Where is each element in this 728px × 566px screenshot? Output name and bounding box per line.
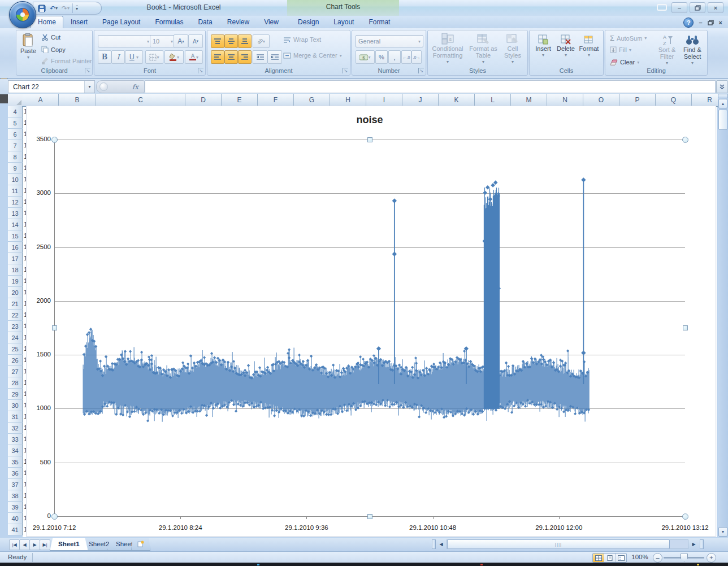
row-header-34[interactable]: 34 (8, 445, 23, 456)
comma-style-button[interactable]: , (388, 50, 401, 64)
column-header-J[interactable]: J (402, 94, 439, 107)
row-header-23[interactable]: 23 (8, 321, 23, 332)
insert-cells-button[interactable]: Insert▾ (533, 34, 553, 59)
column-header-Q[interactable]: Q (656, 94, 692, 107)
borders-button[interactable]: ▾ (145, 50, 163, 64)
row-header-15[interactable]: 15 (8, 230, 23, 242)
column-header-A[interactable]: A (23, 94, 59, 107)
first-sheet-button[interactable]: |◀ (9, 539, 20, 550)
align-right-button[interactable] (238, 50, 252, 64)
align-left-button[interactable] (211, 50, 224, 64)
column-header-H[interactable]: H (330, 94, 366, 107)
row-header-5[interactable]: 5 (8, 117, 23, 129)
next-sheet-button[interactable]: ▶ (29, 539, 40, 550)
name-box-dropdown[interactable]: ▾ (84, 81, 94, 93)
orientation-button[interactable]: ab▾ (253, 34, 270, 48)
zoom-in-button[interactable]: + (707, 553, 716, 563)
column-header-B[interactable]: B (59, 94, 96, 107)
row-header-32[interactable]: 32 (8, 423, 23, 434)
column-header-C[interactable]: C (96, 94, 185, 107)
vertical-scrollbar[interactable]: ▲ ▼ (718, 94, 728, 537)
italic-button[interactable]: I (111, 50, 125, 64)
contextual-tab-format[interactable]: Format (361, 16, 397, 28)
grow-font-button[interactable]: A▴ (174, 34, 188, 48)
row-header-30[interactable]: 30 (8, 400, 23, 411)
normal-view-button[interactable] (593, 554, 604, 562)
save-button[interactable] (37, 3, 47, 13)
chart-selection-handle[interactable] (51, 513, 58, 520)
row-header-6[interactable]: 6 (8, 129, 23, 140)
shrink-font-button[interactable]: A▾ (188, 34, 203, 48)
format-as-table-button[interactable]: Format as Table▾ (467, 33, 499, 66)
percent-style-button[interactable]: % (375, 50, 388, 64)
row-header-26[interactable]: 26 (8, 355, 23, 366)
tab-review[interactable]: Review (220, 16, 257, 28)
scroll-right-button[interactable]: ▶ (689, 539, 699, 549)
decrease-decimal-button[interactable]: .0→ (411, 50, 422, 64)
cut-button[interactable]: Cut (41, 34, 60, 41)
autosum-button[interactable]: Σ AutoSum▾ (610, 34, 647, 42)
horizontal-split-handle[interactable] (432, 539, 436, 549)
row-header-28[interactable]: 28 (8, 377, 23, 389)
chart-selection-handle[interactable] (51, 137, 58, 143)
sort-filter-button[interactable]: AZ Sort & Filter▾ (655, 34, 679, 67)
conditional-formatting-button[interactable]: ≤ Conditional Formatting▾ (430, 33, 465, 66)
font-dialog-launcher[interactable]: ↘ (198, 68, 203, 73)
row-header-18[interactable]: 18 (8, 264, 23, 276)
scroll-up-button[interactable]: ▲ (718, 99, 727, 108)
chart-selection-handle[interactable] (682, 513, 688, 520)
column-header-L[interactable]: L (475, 94, 511, 107)
column-header-N[interactable]: N (547, 94, 583, 107)
row-header-19[interactable]: 19 (8, 276, 23, 287)
row-header-8[interactable]: 8 (8, 151, 23, 163)
font-name-combo[interactable]: ▾ (98, 35, 152, 47)
row-header-10[interactable]: 10 (8, 174, 23, 185)
row-header-16[interactable]: 16 (8, 242, 23, 253)
contextual-tab-layout[interactable]: Layout (326, 16, 361, 28)
format-cells-button[interactable]: Format▾ (578, 34, 600, 59)
close-button[interactable]: × (708, 2, 723, 13)
wrap-text-button[interactable]: Wrap Text (283, 36, 321, 43)
sheet-tab-sheet1[interactable]: Sheet1 (50, 538, 88, 551)
horizontal-scroll-thumb[interactable]: |||| (447, 539, 670, 549)
row-header-33[interactable]: 33 (8, 434, 23, 445)
row-header-21[interactable]: 21 (8, 298, 23, 310)
chart-selection-handle[interactable] (683, 325, 688, 330)
chart-selection-handle[interactable] (367, 137, 372, 142)
clipboard-dialog-launcher[interactable]: ↘ (85, 68, 90, 73)
chart-series-canvas[interactable] (55, 140, 685, 516)
vertical-split-handle[interactable] (718, 94, 728, 98)
contextual-tab-design[interactable]: Design (291, 16, 326, 28)
chart-selection-handle[interactable] (52, 325, 57, 330)
delete-cells-button[interactable]: Delete▾ (556, 34, 576, 59)
row-header-22[interactable]: 22 (8, 310, 23, 321)
horizontal-split-handle-right[interactable] (700, 539, 704, 549)
previous-sheet-button[interactable]: ◀ (19, 539, 30, 550)
workbook-restore-button[interactable] (708, 18, 714, 28)
qat-customize-button[interactable]: ▾ (72, 3, 81, 13)
minimize-button[interactable]: – (671, 2, 687, 13)
tab-formulas[interactable]: Formulas (148, 16, 190, 28)
font-color-button[interactable]: A ▾ (185, 50, 203, 64)
page-break-preview-button[interactable] (616, 554, 626, 562)
chart-title[interactable]: noise (54, 114, 685, 126)
row-header-14[interactable]: 14 (8, 219, 23, 230)
column-header-D[interactable]: D (185, 94, 222, 107)
format-painter-button[interactable]: Format Painter (41, 58, 92, 64)
row-header-17[interactable]: 17 (8, 253, 23, 264)
fx-icon[interactable]: fx (132, 83, 138, 91)
fill-color-button[interactable]: ▾ (164, 50, 184, 64)
column-header-E[interactable]: E (222, 94, 258, 107)
clear-button[interactable]: Clear▾ (610, 59, 639, 66)
row-header-31[interactable]: 31 (8, 411, 23, 423)
tab-view[interactable]: View (257, 16, 286, 28)
zoom-slider-thumb[interactable] (681, 554, 688, 562)
column-header-O[interactable]: O (583, 94, 619, 107)
merge-center-button[interactable]: Merge & Center▾ (283, 52, 342, 59)
row-header-20[interactable]: 20 (8, 287, 23, 298)
office-button[interactable] (9, 1, 36, 28)
zoom-out-button[interactable]: – (653, 553, 662, 563)
fill-button[interactable]: Fill▾ (610, 46, 631, 53)
copy-button[interactable]: Copy (41, 46, 66, 53)
workbook-close-button[interactable]: × (719, 19, 722, 26)
